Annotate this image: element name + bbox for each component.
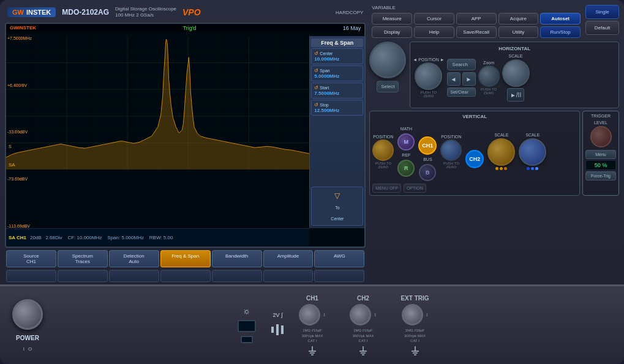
horizontal-title: HORIZONTAL [413,46,616,51]
horizontal-scale-knob[interactable] [502,59,530,87]
amplitude-menu-btn[interactable]: Amplitude [263,250,314,267]
ch2-button[interactable]: CH2 [465,150,484,168]
freq-span-title: Freq & Span [311,39,363,47]
svg-rect-23 [281,325,284,334]
softkey-1[interactable] [6,270,56,282]
ch1-scale-knob[interactable] [487,138,515,166]
search-btn[interactable]: Search [447,59,476,70]
ch2-scale-label: SCALE [525,133,539,137]
brand-gw-text: GW [12,9,24,16]
softkey-4[interactable] [160,270,211,282]
softkey-5[interactable] [212,270,262,282]
variable-knob[interactable] [369,42,406,78]
channel-connectors: CH1 ↕ 1MΩ //16pF300Vpk MAXCAT I CH2 [299,295,429,355]
softkey-2[interactable] [58,270,108,282]
softkey-7[interactable] [314,270,364,282]
to-center-button[interactable]: ▽ ToCenter [311,187,363,226]
start-icon: ↺ [314,85,318,91]
play-pause-btn[interactable]: ►/II [507,88,524,102]
right-side-btns: Single Default [585,5,619,35]
select-btn[interactable]: Select [377,81,399,92]
measure-btn[interactable]: Measure [372,13,412,24]
usb-port-a[interactable] [238,320,256,332]
autoset-btn[interactable]: Autoset [540,13,581,24]
app-btn[interactable]: APP [456,13,497,24]
center-freq-item[interactable]: ↺ Center 10.000MHz [311,48,363,64]
trigger-menu-btn[interactable]: Menu [585,150,616,159]
power-knob[interactable] [12,299,43,330]
stop-freq-item[interactable]: ↺ Stop 12.500MHz [311,100,363,116]
ch2-scale-knob[interactable] [519,138,546,166]
ch1-bnc-connector[interactable] [299,304,320,325]
dot-5 [531,167,534,170]
ch1-scale-container: SCALE [487,133,515,170]
ch2-col: CH2 [465,135,484,168]
force-trig-btn[interactable]: Force-Trig [585,171,616,180]
awg-menu-btn[interactable]: AWG [314,250,364,267]
bus-button[interactable]: B [419,164,436,181]
default-btn[interactable]: Default [585,21,619,35]
svg-rect-21 [271,327,274,333]
horizontal-controls-row: ◄ POSITION ► PUSH TOZERO Search ◄ ► [413,54,616,102]
option-btn[interactable]: OPTION [404,184,426,193]
v-pos1-label: POSITION [373,135,393,139]
set-clear-btn[interactable]: Set/Clear [447,87,476,97]
ch2-bnc-connector[interactable] [350,304,371,325]
source-menu-btn[interactable]: Source CH1 [6,250,56,267]
power-off-indicator: O [28,346,32,352]
ch2-scale-container: SCALE [519,133,546,170]
nav-row: ◄ ► [447,72,476,86]
softkey-3[interactable] [109,270,159,282]
start-freq-item[interactable]: ↺ Start 7.5000MHz [311,83,363,98]
trigger-level-knob-container [585,126,616,147]
cursor-btn[interactable]: Cursor [414,13,454,24]
bottom-panel: POWER I O ⛭ 2V ∫ CH1 [0,284,624,364]
voltage-section: 2V ∫ [268,312,287,339]
span-freq-item[interactable]: ↺ Span 5.0000MHz [311,65,363,81]
ref-button[interactable]: R [397,160,415,177]
spectrum-menu-btn[interactable]: Spectrum Traces [58,250,108,267]
ch1-button[interactable]: CH1 [418,136,437,155]
menu-option-row: MENU OFF OPTION [372,184,577,193]
ch1-scale-label: SCALE [494,133,508,137]
vertical-controls: POSITION PUSH TOZERO MATH M REF R [372,122,577,181]
display-btn[interactable]: Display [372,26,412,38]
power-on-indicator: I [23,346,24,352]
menu-off-btn[interactable]: MENU OFF [372,184,401,193]
math-button[interactable]: M [397,133,415,150]
zoom-knob[interactable] [478,65,500,87]
ext-trig-bnc-connector[interactable] [402,304,423,325]
hardcopy-button[interactable]: HARDCOPY [336,10,363,15]
run-stop-btn[interactable]: Run/Stop [540,26,581,38]
screen-info-bar: SA CH1 20dB 2.68Div CF: 10.000MHz Span: … [6,228,309,247]
variable-knob-section: Select [369,42,406,108]
softkey-6[interactable] [263,270,314,282]
ch2-position-knob[interactable] [440,139,462,161]
ch1-position-knob[interactable] [372,139,394,161]
ext-trig-connector: EXT TRIG ↕ 1MΩ //16pF300Vpk MAXCAT I [400,295,429,355]
bus-label: BUS [423,157,432,162]
oscilloscope-body: GW INSTEK MDO-2102AG Digital Storage Osc… [0,0,624,364]
detection-menu-btn[interactable]: Detection Auto [109,250,159,267]
usb-icon: ⛭ [243,308,250,316]
variable-label: VARIABLE [369,5,583,10]
nav-left-btn[interactable]: ◄ [447,72,460,86]
nav-right-btn[interactable]: ► [462,72,476,86]
math-ref-col: MATH M REF R [397,127,415,177]
v-pos1-container: POSITION PUSH TOZERO [372,135,394,169]
horizontal-position-knob[interactable] [415,62,442,90]
screen-menu-bar: Source CH1 Spectrum Traces Detection Aut… [5,250,366,267]
bandwidth-menu-btn[interactable]: Bandwidth [212,250,262,267]
trigger-title: TRIGGER [585,114,616,118]
utility-btn[interactable]: Utility [498,26,539,38]
zoom-knob-container: Zoom PUSH TOZERO [478,61,500,95]
usb-port-mini[interactable] [241,336,253,343]
help-btn[interactable]: Help [414,26,454,38]
ext-specs: 1MΩ //16pF300Vpk MAXCAT I [404,328,426,343]
acquire-btn[interactable]: Acquire [498,13,539,24]
freq-span-menu-btn[interactable]: Freq & Span [160,250,211,267]
single-btn[interactable]: Single [585,5,619,19]
save-recall-btn[interactable]: Save/Recall [456,26,497,38]
horizontal-area: HORIZONTAL ◄ POSITION ► PUSH TOZERO Sear… [410,42,619,108]
trigger-level-knob[interactable] [590,126,612,147]
